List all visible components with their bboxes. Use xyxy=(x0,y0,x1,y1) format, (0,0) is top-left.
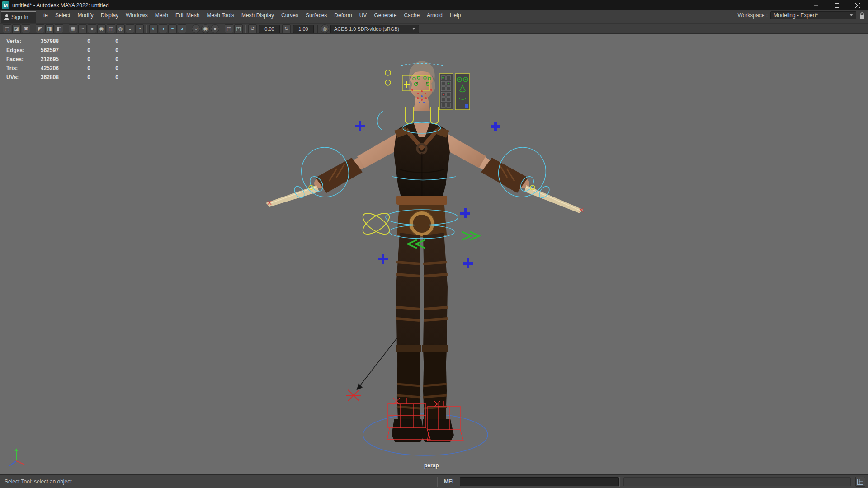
menu-item-mesh[interactable]: Mesh xyxy=(151,10,172,20)
poly-count-hud: Verts: 357988 0 0 Edges: 562597 0 0 Face… xyxy=(6,37,118,82)
scale-step-field[interactable] xyxy=(293,25,314,33)
save-scene-icon[interactable] xyxy=(22,24,30,33)
workspace-dropdown[interactable]: Modeling - Expert* xyxy=(770,11,856,19)
menu-item-display[interactable]: Display xyxy=(97,10,122,20)
statusbar-separator xyxy=(619,477,620,487)
hud-selected2: 0 xyxy=(90,56,118,62)
status-line-toolbar: ACES 1.0 SDR-video (sRGB) xyxy=(0,24,868,34)
scale-step-icon[interactable] xyxy=(282,24,291,33)
minimize-button[interactable] xyxy=(806,0,826,10)
input-connections-icon[interactable] xyxy=(149,24,158,33)
camera-label: persp xyxy=(424,462,439,469)
help-line-bar: Select Tool: select an object MEL xyxy=(0,474,868,488)
hud-row: Verts: 357988 0 0 xyxy=(6,37,118,46)
hud-label: Verts: xyxy=(6,38,41,44)
render-current-frame-icon[interactable] xyxy=(201,24,210,33)
hud-row: UVs: 362808 0 0 xyxy=(6,73,118,82)
hud-selected2: 0 xyxy=(90,47,118,53)
menu-item-mesh-tools[interactable]: Mesh Tools xyxy=(203,10,237,20)
menu-item-surfaces[interactable]: Surfaces xyxy=(302,10,330,20)
snap-to-curve-icon[interactable] xyxy=(78,24,87,33)
toolbar-separator xyxy=(189,25,189,33)
view-transform-dropdown[interactable]: ACES 1.0 SDR-video (sRGB) xyxy=(330,25,419,33)
ik-handle-annotation[interactable] xyxy=(346,338,397,401)
command-result-field[interactable] xyxy=(623,477,851,486)
show-ui-elements-button[interactable] xyxy=(855,477,865,487)
open-render-view-icon[interactable] xyxy=(192,24,200,33)
close-icon xyxy=(855,3,860,8)
sign-in-label: Sign In xyxy=(11,14,28,20)
hud-value: 562597 xyxy=(41,47,68,53)
minimize-icon xyxy=(814,3,818,8)
title-bar: untitled* - Autodesk MAYA 2022: untitled xyxy=(0,0,868,10)
menu-item-deform[interactable]: Deform xyxy=(330,10,355,20)
rotate-step-icon[interactable] xyxy=(248,24,257,33)
close-button[interactable] xyxy=(847,0,868,10)
hud-selected: 0 xyxy=(68,38,90,44)
workspace-value: Modeling - Expert* xyxy=(774,12,818,19)
mel-command-input[interactable] xyxy=(460,477,619,486)
window-controls xyxy=(806,0,868,10)
snap-to-point-icon[interactable] xyxy=(88,24,96,33)
face-gui-panel-right[interactable] xyxy=(455,74,470,110)
menu-bar: te Select Modify Display Windows Mesh Ed… xyxy=(0,10,868,20)
menu-item-mesh-display[interactable]: Mesh Display xyxy=(238,10,278,20)
menu-item-modify[interactable]: Modify xyxy=(74,10,97,20)
chevron-down-icon xyxy=(412,28,415,30)
snap-to-view-plane-icon[interactable] xyxy=(107,24,115,33)
toolbar-separator xyxy=(245,25,246,33)
snap-to-projected-center-icon[interactable] xyxy=(97,24,106,33)
workspace-area: Workspace : Modeling - Expert* xyxy=(738,11,868,19)
scene-canvas[interactable] xyxy=(0,34,868,474)
output-connections-icon[interactable] xyxy=(159,24,167,33)
menu-item-help[interactable]: Help xyxy=(446,10,465,20)
select-component-mode-icon[interactable] xyxy=(55,24,63,33)
menu-item-uv[interactable]: UV xyxy=(356,10,371,20)
select-hierarchy-mode-icon[interactable] xyxy=(36,24,44,33)
select-object-mode-icon[interactable] xyxy=(45,24,54,33)
view-axis-indicator xyxy=(7,447,27,467)
window-title: untitled* - Autodesk MAYA 2022: untitled xyxy=(12,2,109,9)
grid-display-icon[interactable] xyxy=(225,24,233,33)
menu-item-generate[interactable]: Generate xyxy=(370,10,400,20)
hud-value: 212695 xyxy=(41,56,68,62)
maximize-icon xyxy=(835,3,839,8)
menu-item-select[interactable]: Select xyxy=(52,10,74,20)
lock-icon[interactable] xyxy=(859,12,865,19)
hud-label: UVs: xyxy=(6,74,41,80)
make-live-icon[interactable] xyxy=(116,24,125,33)
menu-item-windows[interactable]: Windows xyxy=(122,10,151,20)
menu-item-arnold[interactable]: Arnold xyxy=(423,10,446,20)
hud-label: Edges: xyxy=(6,47,41,53)
character-model[interactable] xyxy=(266,61,583,442)
hud-row: Tris: 425206 0 0 xyxy=(6,64,118,73)
highlight-selection-icon[interactable] xyxy=(126,24,134,33)
viewport-panel[interactable]: Verts: 357988 0 0 Edges: 562597 0 0 Face… xyxy=(0,34,868,474)
symmetry-toggle-icon[interactable] xyxy=(168,24,177,33)
rotate-step-field[interactable] xyxy=(259,25,280,33)
hud-selected: 0 xyxy=(68,47,90,53)
sign-in-button[interactable]: Sign In xyxy=(1,11,36,23)
hud-value: 362808 xyxy=(41,74,68,80)
construction-history-icon[interactable] xyxy=(135,24,144,33)
help-line-text: Select Tool: select an object xyxy=(0,479,437,485)
hud-selected2: 0 xyxy=(90,38,118,44)
new-scene-icon[interactable] xyxy=(3,24,11,33)
snap-to-grid-icon[interactable] xyxy=(69,24,77,33)
camera-settings-icon[interactable] xyxy=(234,24,243,33)
soft-select-icon[interactable] xyxy=(178,24,186,33)
color-management-icon[interactable] xyxy=(321,24,329,33)
face-gui-panel-left[interactable] xyxy=(439,74,453,110)
open-scene-icon[interactable] xyxy=(12,24,21,33)
maximize-button[interactable] xyxy=(826,0,847,10)
hud-label: Tris: xyxy=(6,65,41,71)
hud-selected: 0 xyxy=(68,65,90,71)
hud-row: Edges: 562597 0 0 xyxy=(6,46,118,55)
render-settings-icon[interactable] xyxy=(211,24,219,33)
menu-item-edit-mesh[interactable]: Edit Mesh xyxy=(172,10,203,20)
hud-row: Faces: 212695 0 0 xyxy=(6,55,118,64)
menu-item-cache[interactable]: Cache xyxy=(400,10,423,20)
menu-item-curves[interactable]: Curves xyxy=(278,10,302,20)
menu-item-create[interactable]: te xyxy=(40,10,52,20)
mel-language-toggle[interactable]: MEL xyxy=(438,479,460,485)
